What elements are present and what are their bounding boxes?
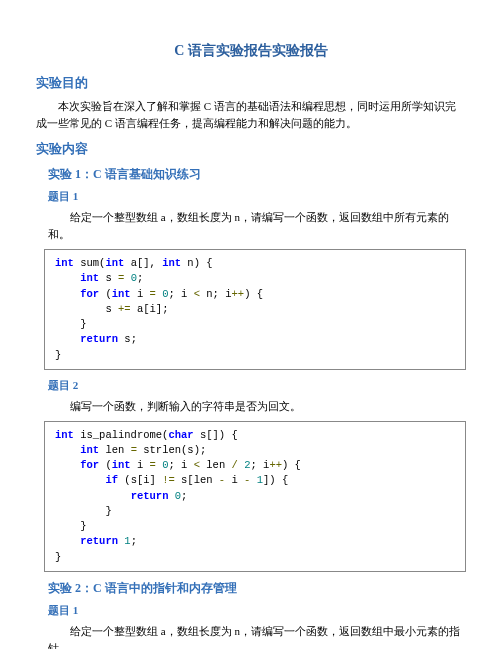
exp1-q2-heading: 题目 2 — [36, 378, 466, 393]
code-block-palindrome: int is_palindrome(char s[]) { int len = … — [44, 421, 466, 572]
exp2-heading: 实验 2：C 语言中的指针和内存管理 — [36, 580, 466, 597]
exp1-q1-heading: 题目 1 — [36, 189, 466, 204]
section-content-heading: 实验内容 — [36, 140, 466, 158]
exp2-q1-text: 给定一个整型数组 a，数组长度为 n，请编写一个函数，返回数组中最小元素的指针。 — [36, 623, 466, 649]
exp1-q1-text: 给定一个整型数组 a，数组长度为 n，请编写一个函数，返回数组中所有元素的和。 — [36, 209, 466, 243]
exp2-q1-heading: 题目 1 — [36, 603, 466, 618]
exp1-heading: 实验 1：C 语言基础知识练习 — [36, 166, 466, 183]
exp1-q2-text: 编写一个函数，判断输入的字符串是否为回文。 — [36, 398, 466, 415]
code-block-sum: int sum(int a[], int n) { int s = 0; for… — [44, 249, 466, 370]
purpose-text: 本次实验旨在深入了解和掌握 C 语言的基础语法和编程思想，同时运用所学知识完成一… — [36, 98, 466, 132]
doc-title: C 语言实验报告实验报告 — [36, 42, 466, 60]
section-purpose-heading: 实验目的 — [36, 74, 466, 92]
